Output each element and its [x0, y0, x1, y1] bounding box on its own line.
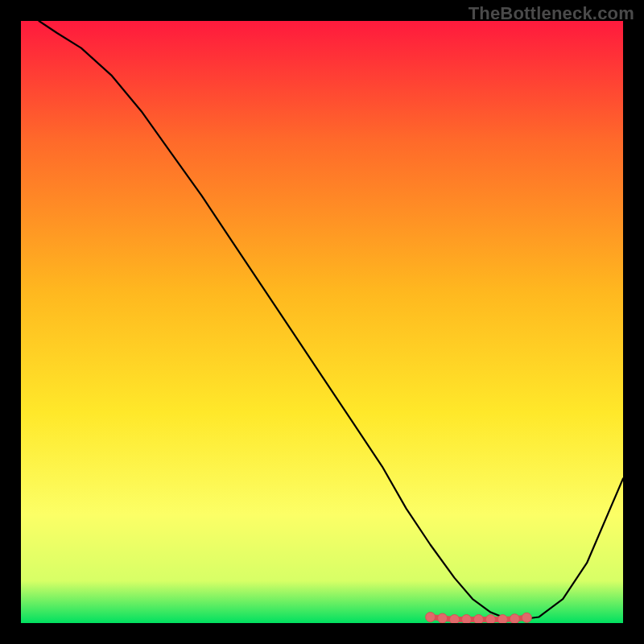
bottleneck-chart: [21, 21, 623, 623]
marker-dot: [462, 615, 472, 623]
gradient-background: [21, 21, 623, 623]
marker-dot: [485, 615, 495, 623]
marker-dot: [522, 613, 531, 622]
marker-dot: [438, 613, 448, 623]
marker-dot: [473, 615, 483, 623]
watermark-text: TheBottleneck.com: [469, 3, 634, 24]
marker-dot: [450, 615, 460, 623]
marker-dot: [426, 613, 436, 622]
marker-dot: [510, 614, 519, 623]
marker-dot: [497, 615, 507, 623]
plot-area: [21, 21, 623, 623]
chart-frame: TheBottleneck.com: [0, 0, 644, 644]
